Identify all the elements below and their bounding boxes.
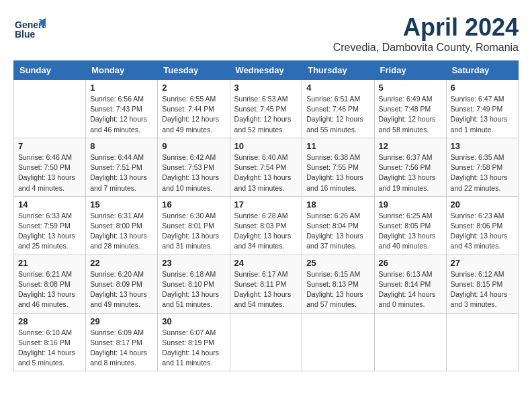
weekday-header: Tuesday (158, 61, 230, 80)
calendar-cell: 15Sunrise: 6:31 AM Sunset: 8:00 PM Dayli… (86, 196, 158, 255)
day-number: 21 (18, 258, 81, 268)
day-info: Sunrise: 6:35 AM Sunset: 7:58 PM Dayligh… (451, 152, 514, 193)
day-info: Sunrise: 6:30 AM Sunset: 8:01 PM Dayligh… (162, 211, 225, 252)
day-info: Sunrise: 6:23 AM Sunset: 8:06 PM Dayligh… (451, 211, 514, 252)
calendar-cell: 6Sunrise: 6:47 AM Sunset: 7:49 PM Daylig… (446, 80, 518, 138)
location: Crevedia, Dambovita County, Romania (333, 42, 519, 54)
day-number: 24 (234, 258, 298, 268)
day-info: Sunrise: 6:10 AM Sunset: 8:16 PM Dayligh… (18, 328, 81, 369)
calendar-cell: 21Sunrise: 6:21 AM Sunset: 8:08 PM Dayli… (14, 255, 86, 313)
calendar-cell: 8Sunrise: 6:44 AM Sunset: 7:51 PM Daylig… (86, 138, 158, 196)
calendar-cell: 24Sunrise: 6:17 AM Sunset: 8:11 PM Dayli… (230, 255, 302, 313)
day-info: Sunrise: 6:26 AM Sunset: 8:04 PM Dayligh… (306, 211, 369, 252)
day-info: Sunrise: 6:15 AM Sunset: 8:13 PM Dayligh… (306, 269, 369, 310)
day-info: Sunrise: 6:25 AM Sunset: 8:05 PM Dayligh… (379, 211, 442, 252)
calendar-week-row: 7Sunrise: 6:46 AM Sunset: 7:50 PM Daylig… (14, 138, 519, 196)
calendar-cell: 12Sunrise: 6:37 AM Sunset: 7:56 PM Dayli… (374, 138, 446, 196)
calendar-cell: 23Sunrise: 6:18 AM Sunset: 8:10 PM Dayli… (158, 255, 230, 313)
day-number: 20 (451, 199, 514, 210)
calendar-header-row: SundayMondayTuesdayWednesdayThursdayFrid… (14, 61, 519, 80)
calendar-cell: 27Sunrise: 6:12 AM Sunset: 8:15 PM Dayli… (446, 255, 518, 313)
calendar-body: 1Sunrise: 6:56 AM Sunset: 7:43 PM Daylig… (14, 80, 519, 371)
calendar-cell (374, 313, 446, 371)
day-info: Sunrise: 6:18 AM Sunset: 8:10 PM Dayligh… (162, 269, 225, 310)
day-number: 9 (162, 141, 225, 151)
day-info: Sunrise: 6:56 AM Sunset: 7:43 PM Dayligh… (90, 94, 153, 135)
day-info: Sunrise: 6:44 AM Sunset: 7:51 PM Dayligh… (90, 152, 153, 193)
day-info: Sunrise: 6:51 AM Sunset: 7:46 PM Dayligh… (306, 94, 369, 135)
day-info: Sunrise: 6:20 AM Sunset: 8:09 PM Dayligh… (90, 269, 153, 310)
day-info: Sunrise: 6:55 AM Sunset: 7:44 PM Dayligh… (162, 94, 225, 135)
day-info: Sunrise: 6:28 AM Sunset: 8:03 PM Dayligh… (234, 211, 298, 252)
calendar-table: SundayMondayTuesdayWednesdayThursdayFrid… (13, 60, 519, 371)
day-info: Sunrise: 6:17 AM Sunset: 8:11 PM Dayligh… (234, 269, 298, 310)
weekday-header: Sunday (14, 61, 86, 80)
calendar-cell: 11Sunrise: 6:38 AM Sunset: 7:55 PM Dayli… (302, 138, 374, 196)
day-info: Sunrise: 6:53 AM Sunset: 7:45 PM Dayligh… (234, 94, 298, 135)
weekday-header: Wednesday (230, 61, 302, 80)
day-info: Sunrise: 6:47 AM Sunset: 7:49 PM Dayligh… (451, 94, 514, 135)
calendar-cell: 16Sunrise: 6:30 AM Sunset: 8:01 PM Dayli… (158, 196, 230, 255)
calendar-cell: 1Sunrise: 6:56 AM Sunset: 7:43 PM Daylig… (86, 80, 158, 138)
day-info: Sunrise: 6:46 AM Sunset: 7:50 PM Dayligh… (18, 152, 81, 193)
weekday-header: Friday (374, 61, 446, 80)
day-number: 2 (162, 83, 225, 93)
calendar-cell: 5Sunrise: 6:49 AM Sunset: 7:48 PM Daylig… (374, 80, 446, 138)
calendar-week-row: 28Sunrise: 6:10 AM Sunset: 8:16 PM Dayli… (14, 313, 519, 371)
calendar-cell: 3Sunrise: 6:53 AM Sunset: 7:45 PM Daylig… (230, 80, 302, 138)
day-number: 23 (162, 258, 225, 268)
day-number: 19 (379, 199, 442, 210)
svg-text:Blue: Blue (15, 29, 36, 40)
day-info: Sunrise: 6:09 AM Sunset: 8:17 PM Dayligh… (90, 328, 153, 369)
day-number: 8 (90, 141, 153, 151)
calendar-cell: 22Sunrise: 6:20 AM Sunset: 8:09 PM Dayli… (86, 255, 158, 313)
day-number: 22 (90, 258, 153, 268)
weekday-header: Monday (86, 61, 158, 80)
day-number: 12 (379, 141, 442, 151)
day-number: 26 (379, 258, 442, 268)
calendar-cell: 14Sunrise: 6:33 AM Sunset: 7:59 PM Dayli… (14, 196, 86, 255)
day-number: 29 (90, 316, 153, 326)
calendar-cell: 28Sunrise: 6:10 AM Sunset: 8:16 PM Dayli… (14, 313, 86, 371)
calendar-cell: 30Sunrise: 6:07 AM Sunset: 8:19 PM Dayli… (158, 313, 230, 371)
day-number: 17 (234, 199, 298, 210)
calendar-cell: 25Sunrise: 6:15 AM Sunset: 8:13 PM Dayli… (302, 255, 374, 313)
day-info: Sunrise: 6:07 AM Sunset: 8:19 PM Dayligh… (162, 328, 225, 369)
day-number: 30 (162, 316, 225, 326)
page-header: General Blue April 2024 Crevedia, Dambov… (13, 13, 519, 54)
calendar-cell: 10Sunrise: 6:40 AM Sunset: 7:54 PM Dayli… (230, 138, 302, 196)
weekday-header: Saturday (446, 61, 518, 80)
day-number: 7 (18, 141, 81, 151)
calendar-cell (446, 313, 518, 371)
calendar-cell (230, 313, 302, 371)
day-number: 28 (18, 316, 81, 326)
calendar-cell (14, 80, 86, 138)
calendar-cell: 7Sunrise: 6:46 AM Sunset: 7:50 PM Daylig… (14, 138, 86, 196)
weekday-header: Thursday (302, 61, 374, 80)
month-title: April 2024 (333, 13, 519, 42)
calendar-week-row: 14Sunrise: 6:33 AM Sunset: 7:59 PM Dayli… (14, 196, 519, 255)
calendar-cell: 4Sunrise: 6:51 AM Sunset: 7:46 PM Daylig… (302, 80, 374, 138)
day-number: 3 (234, 83, 298, 93)
day-info: Sunrise: 6:42 AM Sunset: 7:53 PM Dayligh… (162, 152, 225, 193)
day-info: Sunrise: 6:21 AM Sunset: 8:08 PM Dayligh… (18, 269, 81, 310)
day-number: 4 (306, 83, 369, 93)
day-info: Sunrise: 6:38 AM Sunset: 7:55 PM Dayligh… (306, 152, 369, 193)
day-info: Sunrise: 6:37 AM Sunset: 7:56 PM Dayligh… (379, 152, 442, 193)
day-info: Sunrise: 6:49 AM Sunset: 7:48 PM Dayligh… (379, 94, 442, 135)
calendar-cell: 18Sunrise: 6:26 AM Sunset: 8:04 PM Dayli… (302, 196, 374, 255)
logo-icon: General Blue (13, 13, 46, 48)
calendar-cell: 13Sunrise: 6:35 AM Sunset: 7:58 PM Dayli… (446, 138, 518, 196)
calendar-cell: 29Sunrise: 6:09 AM Sunset: 8:17 PM Dayli… (86, 313, 158, 371)
title-block: April 2024 Crevedia, Dambovita County, R… (333, 13, 519, 54)
day-info: Sunrise: 6:12 AM Sunset: 8:15 PM Dayligh… (451, 269, 514, 310)
logo: General Blue (13, 13, 46, 48)
day-number: 16 (162, 199, 225, 210)
day-number: 1 (90, 83, 153, 93)
day-info: Sunrise: 6:13 AM Sunset: 8:14 PM Dayligh… (379, 269, 442, 310)
day-number: 5 (379, 83, 442, 93)
calendar-cell: 26Sunrise: 6:13 AM Sunset: 8:14 PM Dayli… (374, 255, 446, 313)
day-number: 6 (451, 83, 514, 93)
day-number: 11 (306, 141, 369, 151)
calendar-cell: 9Sunrise: 6:42 AM Sunset: 7:53 PM Daylig… (158, 138, 230, 196)
